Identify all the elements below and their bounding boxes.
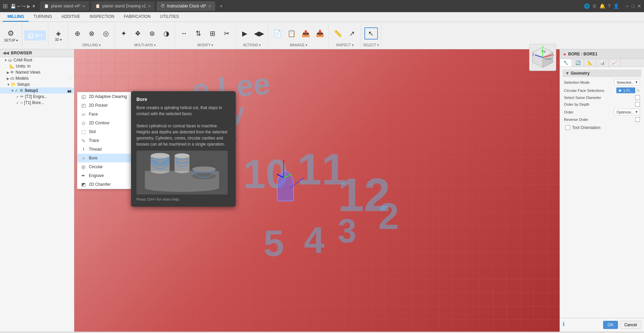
tab-fabrication[interactable]: FABRICATION: [119, 12, 155, 22]
tab-planer-drawing[interactable]: 📋 planer stand Drawing v1 ✕: [91, 1, 155, 11]
panel-tab-4[interactable]: 📊: [596, 59, 609, 67]
tab-utilities[interactable]: UTILITIES: [155, 12, 184, 22]
ribbon-group-select: ↖ SELECT ▾: [361, 23, 381, 48]
drilling-button-2[interactable]: ⊗: [85, 29, 98, 38]
tree-item-setup1[interactable]: ▼ ✓ ⚙ Setup1 📷: [0, 87, 74, 94]
2d-button[interactable]: ◱ 2D ▾: [24, 30, 46, 41]
add-tab-button[interactable]: ＋: [218, 3, 224, 10]
panel-tab-2[interactable]: 🔄: [572, 59, 584, 67]
t1-status: ✓: [16, 101, 19, 105]
manage-btn-1[interactable]: 📄: [271, 29, 284, 38]
actions-btn-2[interactable]: ◀▶: [252, 29, 266, 38]
modify-btn-2[interactable]: ⇅: [191, 29, 205, 38]
tree-item-units[interactable]: 📐 Units: in: [0, 63, 74, 69]
multiaxis-btn-3[interactable]: ⊛: [145, 29, 159, 38]
panel-icon-tabs: 🔧 🔄 📐 📊 📈: [560, 59, 644, 67]
nav-cube[interactable]: Top Front X Z Y: [529, 44, 556, 71]
modify-btn-1[interactable]: ↔: [177, 29, 191, 38]
tab-close-2[interactable]: ✕: [148, 4, 151, 8]
multiaxis-btn-2[interactable]: ❖: [131, 29, 145, 38]
maximize-button[interactable]: □: [632, 3, 635, 9]
reverse-order-checkbox[interactable]: [635, 117, 640, 122]
geometry-section-label: Geometry: [571, 71, 590, 76]
3d-button[interactable]: ◈ 3D ▾: [52, 29, 65, 42]
tree-item-named-views[interactable]: ▶ 👁 Named Views: [0, 69, 74, 75]
camroot-label: CAM Root: [14, 58, 73, 62]
select-btn[interactable]: ↖: [364, 27, 378, 40]
circular-face-close[interactable]: ✕: [637, 88, 640, 93]
order-depth-checkbox[interactable]: [635, 102, 640, 107]
tab-icon-1: 📋: [44, 4, 49, 8]
tooltip-footer: Press Ctrl+/ for more help.: [136, 197, 230, 201]
trace-label: Trace: [89, 138, 99, 143]
avatar[interactable]: 👤: [613, 3, 619, 9]
minimize-button[interactable]: ─: [626, 3, 629, 9]
tab-close-1[interactable]: ✕: [82, 4, 85, 8]
ok-button[interactable]: OK: [603, 321, 618, 329]
ribbon-group-drilling: ⊕ ⊗ ◎ DRILLING ▾: [69, 23, 115, 48]
tool-orientation-checkbox[interactable]: [565, 125, 570, 130]
act-icon-2: ◀▶: [254, 29, 264, 37]
globe-icon[interactable]: 🌐: [584, 3, 590, 9]
ribbon-tabs: MILLING TURNING ADDITIVE INSPECTION FABR…: [0, 12, 644, 22]
same-diameter-checkbox[interactable]: [635, 95, 640, 100]
multiaxis-btn-1[interactable]: ✦: [117, 29, 130, 38]
tab-close-3[interactable]: ✕: [208, 4, 211, 8]
notification-number[interactable]: ①: [592, 3, 597, 9]
chamfer-icon: ◩: [81, 182, 86, 187]
tab-clock[interactable]: ⏱ Instructable Clock v8* ✕: [157, 1, 215, 11]
modify-btn-3[interactable]: ⊞: [206, 29, 219, 38]
t1-label: [T1] Bore...: [24, 100, 73, 105]
close-window-button[interactable]: ✕: [637, 3, 641, 9]
collapse-icon[interactable]: ◀◀: [3, 51, 9, 55]
tree-item-setups[interactable]: ▼ 📁 Setups: [0, 81, 74, 87]
drilling-button-1[interactable]: ⊕: [71, 29, 84, 38]
selection-mode-select[interactable]: Selected... ▾: [614, 79, 640, 85]
manage-btn-3[interactable]: 📤: [299, 29, 312, 38]
slot-label: Slot: [89, 129, 96, 134]
cancel-button[interactable]: Cancel: [620, 321, 641, 329]
tab-inspection[interactable]: INSPECTION: [85, 12, 119, 22]
bell-icon[interactable]: 🔔: [599, 3, 605, 9]
engrave-label: Engrave: [89, 173, 104, 178]
circular-face-tag[interactable]: ▶ 1 Fl...: [616, 87, 635, 93]
tab-turning[interactable]: TURNING: [29, 12, 57, 22]
named-views-icon: 👁: [10, 70, 14, 75]
tree-item-t2-engrave[interactable]: ✓ ✏ [T2] Engra...: [0, 94, 74, 100]
tree-item-t1-bore[interactable]: ✓ ○ [T1] Bore...: [0, 100, 74, 106]
setup1-status: ✓: [15, 88, 18, 93]
setup-button[interactable]: ⚙ SETUP ▾: [2, 28, 20, 43]
3d-buttons: ◈ 3D ▾: [52, 24, 65, 47]
actions-buttons: ▶ ◀▶: [238, 24, 266, 43]
named-views-arrow: ▶: [7, 71, 9, 74]
order-select[interactable]: Optimize... ▾: [614, 109, 640, 115]
circular-label: Circular: [89, 164, 103, 169]
panel-info-icon[interactable]: ℹ: [563, 321, 565, 329]
inspect-btn-1[interactable]: 📏: [331, 29, 344, 38]
setup-icon: ⚙: [7, 29, 14, 38]
order-depth-row: Order by Depth: [563, 102, 641, 107]
geometry-section-header[interactable]: ▼ Geometry: [563, 70, 641, 77]
manage-btn-2[interactable]: 📋: [285, 29, 298, 38]
help-icon[interactable]: ?: [608, 3, 611, 9]
modify-btn-4[interactable]: ✂: [220, 29, 233, 38]
3d-icon: ◈: [56, 30, 61, 37]
tab-milling[interactable]: MILLING: [3, 12, 29, 22]
select-label: SELECT ▾: [363, 43, 379, 47]
panel-tab-5[interactable]: 📈: [609, 59, 621, 67]
tab-label-3: Instructable Clock v8*: [167, 4, 206, 8]
manage-btn-4[interactable]: 📥: [313, 29, 327, 38]
tool-orientation-label: Tool Orientation: [572, 125, 600, 130]
panel-tab-1[interactable]: 🔧: [560, 59, 572, 67]
tree-item-models[interactable]: ▶ 🗃 Models ···: [0, 75, 74, 81]
titlebar: ⊞ 💾 ↩ ↪ ▶ ▼ 📋 planer stand v4* ✕ 📋 plane…: [0, 0, 644, 12]
camroot-arrow: ▼: [4, 58, 7, 62]
actions-btn-1[interactable]: ▶: [238, 29, 251, 38]
multiaxis-btn-4[interactable]: ◑: [159, 29, 173, 38]
tree-item-camroot[interactable]: ▼ 🗂 CAM Root: [0, 57, 74, 63]
tab-planer-stand[interactable]: 📋 planer stand v4* ✕: [40, 1, 89, 11]
tab-additive[interactable]: ADDITIVE: [57, 12, 85, 22]
panel-tab-3[interactable]: 📐: [584, 59, 596, 67]
inspect-btn-2[interactable]: ↗: [345, 29, 359, 38]
drilling-button-3[interactable]: ◎: [99, 29, 112, 38]
